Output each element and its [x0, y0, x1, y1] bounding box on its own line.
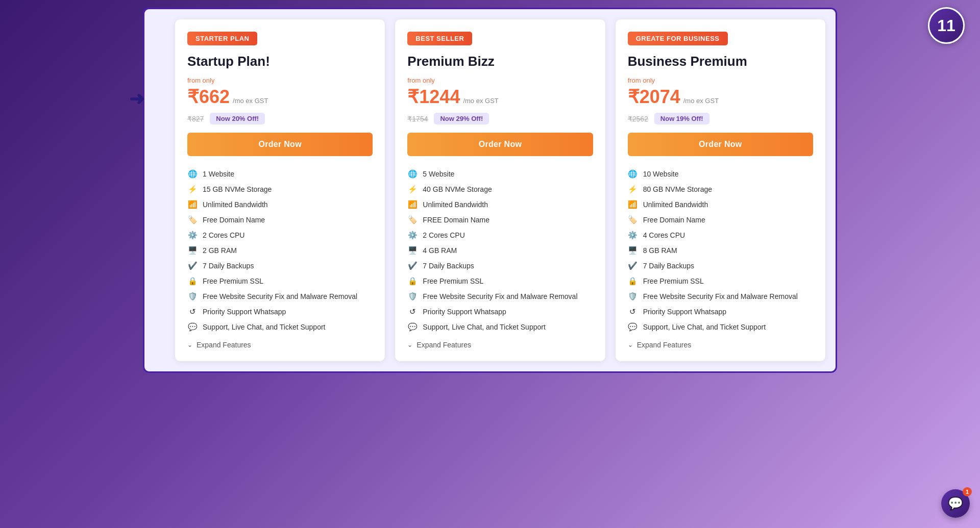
feature-text: Free Premium SSL — [643, 277, 704, 285]
features-list: 🌐 10 Website ⚡ 80 GB NVMe Storage 📶 Unli… — [628, 166, 813, 335]
feature-item: 📶 Unlimited Bandwidth — [187, 197, 373, 212]
feature-icon: 🔒 — [187, 276, 198, 286]
feature-item: ✔️ 7 Daily Backups — [187, 258, 373, 273]
feature-icon: 🛡️ — [628, 291, 638, 301]
feature-text: Free Domain Name — [643, 216, 705, 224]
feature-item: 🔒 Free Premium SSL — [407, 273, 593, 289]
feature-icon: 🌐 — [407, 169, 418, 179]
order-now-button[interactable]: Order Now — [628, 133, 813, 156]
feature-text: Free Premium SSL — [423, 277, 483, 285]
feature-text: Support, Live Chat, and Ticket Support — [203, 323, 325, 331]
feature-text: Free Website Security Fix and Malware Re… — [643, 292, 798, 300]
feature-text: Unlimited Bandwidth — [643, 200, 708, 209]
from-only-label: from only — [407, 77, 593, 84]
feature-item: 🌐 10 Website — [628, 166, 813, 182]
plan-price: ₹2074 — [628, 86, 680, 108]
feature-item: 💬 Support, Live Chat, and Ticket Support — [407, 319, 593, 335]
feature-item: ✔️ 7 Daily Backups — [407, 258, 593, 273]
feature-icon: 📶 — [407, 199, 418, 210]
feature-item: 🌐 5 Website — [407, 166, 593, 182]
feature-text: Free Premium SSL — [203, 277, 263, 285]
discount-row: ₹1754 Now 29% Off! — [407, 113, 593, 124]
feature-item: ⚡ 40 GB NVMe Storage — [407, 182, 593, 197]
order-now-button[interactable]: Order Now — [407, 133, 593, 156]
feature-text: Support, Live Chat, and Ticket Support — [423, 323, 545, 331]
expand-features[interactable]: ⌄ Expand Features — [628, 341, 813, 349]
order-now-button[interactable]: Order Now — [187, 133, 373, 156]
feature-text: 2 Cores CPU — [423, 231, 464, 239]
feature-text: FREE Domain Name — [423, 216, 489, 224]
feature-icon: ⚙️ — [187, 230, 198, 240]
old-price: ₹827 — [187, 115, 204, 123]
feature-text: Free Domain Name — [203, 216, 265, 224]
from-only-label: from only — [187, 77, 373, 84]
feature-icon: ✔️ — [187, 261, 198, 271]
feature-icon: 📶 — [187, 199, 198, 210]
slide-number: 11 — [937, 16, 955, 35]
feature-icon: ⚡ — [187, 184, 198, 194]
feature-text: 4 Cores CPU — [643, 231, 685, 239]
feature-item: 🏷️ Free Domain Name — [628, 212, 813, 228]
feature-text: Priority Support Whatsapp — [643, 308, 726, 316]
chat-button[interactable]: 💬 1 — [941, 489, 970, 518]
feature-text: 15 GB NVMe Storage — [203, 185, 272, 193]
feature-item: 🔒 Free Premium SSL — [187, 273, 373, 289]
feature-icon: 🖥️ — [407, 245, 418, 256]
price-row: ₹1244 /mo ex GST — [407, 86, 593, 108]
feature-icon: 🖥️ — [628, 245, 638, 256]
feature-text: 7 Daily Backups — [423, 262, 474, 270]
feature-icon: ✔️ — [628, 261, 638, 271]
chat-icon: 💬 — [948, 496, 963, 511]
feature-item: 🔒 Free Premium SSL — [628, 273, 813, 289]
price-suffix: /mo ex GST — [683, 97, 719, 105]
feature-icon: 🔒 — [628, 276, 638, 286]
feature-icon: ✔️ — [407, 261, 418, 271]
feature-item: 🛡️ Free Website Security Fix and Malware… — [187, 289, 373, 304]
feature-item: 🖥️ 4 GB RAM — [407, 243, 593, 258]
feature-text: Support, Live Chat, and Ticket Support — [643, 323, 766, 331]
feature-text: Free Website Security Fix and Malware Re… — [423, 292, 577, 300]
feature-item: 📶 Unlimited Bandwidth — [407, 197, 593, 212]
price-row: ₹662 /mo ex GST — [187, 86, 373, 108]
feature-item: 📶 Unlimited Bandwidth — [628, 197, 813, 212]
expand-label: Expand Features — [416, 341, 471, 349]
feature-text: 8 GB RAM — [643, 246, 677, 255]
feature-text: Free Website Security Fix and Malware Re… — [203, 292, 357, 300]
feature-icon: 🌐 — [628, 169, 638, 179]
chevron-down-icon: ⌄ — [187, 341, 192, 348]
feature-item: ↺ Priority Support Whatsapp — [628, 304, 813, 319]
features-list: 🌐 1 Website ⚡ 15 GB NVMe Storage 📶 Unlim… — [187, 166, 373, 335]
feature-icon: 💬 — [628, 322, 638, 332]
feature-icon: 🏷️ — [628, 215, 638, 225]
feature-text: Priority Support Whatsapp — [203, 308, 286, 316]
plan-badge: GREATE FOR BUSINESS — [628, 32, 728, 45]
feature-text: 10 Website — [643, 170, 679, 178]
plan-title: Premium Bizz — [407, 54, 593, 69]
feature-icon: 🔒 — [407, 276, 418, 286]
expand-features[interactable]: ⌄ Expand Features — [187, 341, 373, 349]
feature-item: ✔️ 7 Daily Backups — [628, 258, 813, 273]
plan-card-bestseller: BEST SELLER Premium Bizz from only ₹1244… — [395, 19, 605, 361]
feature-item: 🏷️ Free Domain Name — [187, 212, 373, 228]
feature-item: ⚡ 80 GB NVMe Storage — [628, 182, 813, 197]
feature-text: 7 Daily Backups — [203, 262, 254, 270]
expand-features[interactable]: ⌄ Expand Features — [407, 341, 593, 349]
feature-icon: ⚙️ — [628, 230, 638, 240]
arrow-indicator: ➜ — [129, 88, 144, 110]
feature-icon: 🛡️ — [187, 291, 198, 301]
plan-badge: STARTER PLAN — [187, 32, 257, 45]
price-suffix: /mo ex GST — [463, 97, 498, 105]
feature-text: 40 GB NVMe Storage — [423, 185, 492, 193]
pricing-container: ➜ STARTER PLAN Startup Plan! from only ₹… — [143, 8, 837, 373]
feature-item: ↺ Priority Support Whatsapp — [187, 304, 373, 319]
feature-item: 💬 Support, Live Chat, and Ticket Support — [628, 319, 813, 335]
feature-text: Priority Support Whatsapp — [423, 308, 506, 316]
feature-text: 4 GB RAM — [423, 246, 457, 255]
feature-text: Unlimited Bandwidth — [423, 200, 488, 209]
feature-icon: 🌐 — [187, 169, 198, 179]
feature-icon: 🖥️ — [187, 245, 198, 256]
plan-card-business: GREATE FOR BUSINESS Business Premium fro… — [616, 19, 825, 361]
feature-icon: ⚡ — [407, 184, 418, 194]
feature-icon: 💬 — [187, 322, 198, 332]
discount-badge: Now 20% Off! — [210, 113, 265, 124]
